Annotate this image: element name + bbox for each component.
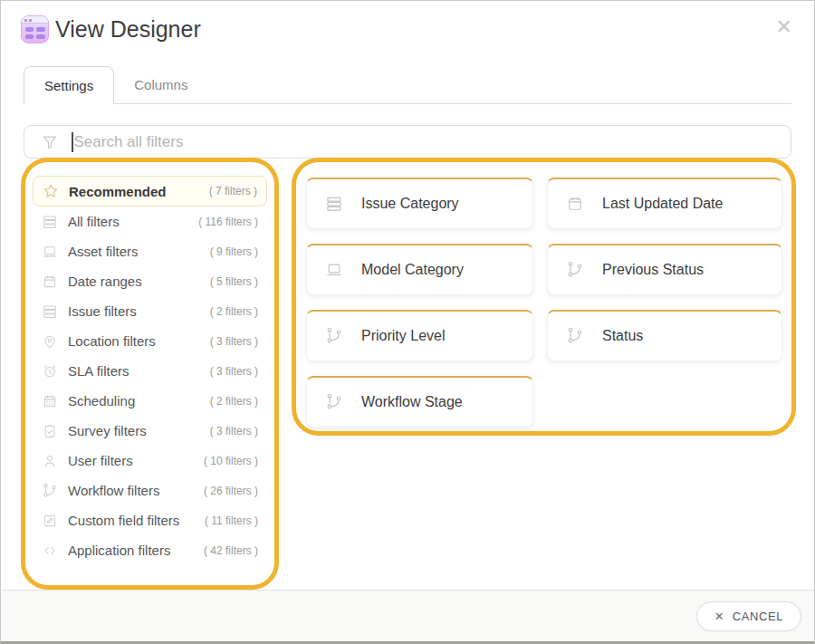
filter-card-priority-level[interactable]: Priority Level bbox=[306, 310, 533, 361]
app-icon-block bbox=[25, 34, 34, 39]
filter-card-model-category[interactable]: Model Category bbox=[306, 244, 533, 295]
search-bar bbox=[24, 125, 791, 159]
close-icon[interactable]: ✕ bbox=[776, 17, 792, 37]
sidebar-item-label: Workflow filters bbox=[68, 483, 204, 498]
app-icon-block bbox=[36, 27, 45, 32]
dialog-footer: ✕ CANCEL bbox=[1, 590, 814, 641]
stacked-rows-icon bbox=[42, 303, 58, 320]
filter-card-previous-status[interactable]: Previous Status bbox=[547, 244, 782, 295]
sidebar-item-recommended[interactable]: Recommended ( 7 filters ) bbox=[33, 176, 267, 207]
sidebar-item-count: ( 26 filters ) bbox=[204, 485, 258, 497]
sidebar-item-count: ( 11 filters ) bbox=[205, 514, 258, 527]
sidebar-item-label: Issue filters bbox=[68, 303, 210, 319]
sidebar-item-count: ( 2 filters ) bbox=[210, 395, 258, 408]
code-icon bbox=[42, 543, 58, 559]
tab-columns-label: Columns bbox=[134, 77, 187, 92]
filter-card-label: Previous Status bbox=[602, 262, 704, 278]
filter-card-workflow-stage[interactable]: Workflow Stage bbox=[306, 376, 533, 428]
cancel-x-icon: ✕ bbox=[714, 610, 724, 623]
workflow-branch-icon bbox=[325, 393, 343, 411]
sidebar-item-workflow-filters[interactable]: Workflow filters ( 26 filters ) bbox=[33, 476, 267, 505]
sidebar-item-label: Scheduling bbox=[68, 393, 210, 409]
sidebar-item-count: ( 3 filters ) bbox=[210, 335, 258, 348]
sidebar-item-location-filters[interactable]: Location filters ( 3 filters ) bbox=[33, 326, 267, 356]
filter-card-label: Workflow Stage bbox=[361, 394, 463, 410]
sidebar-item-asset-filters[interactable]: Asset filters ( 9 filters ) bbox=[33, 236, 267, 266]
pencil-square-icon bbox=[42, 513, 58, 529]
view-designer-dialog: View Designer ✕ Settings Columns Recomme… bbox=[0, 0, 815, 644]
workflow-branch-icon bbox=[325, 327, 343, 345]
laptop-icon bbox=[42, 244, 58, 260]
sidebar-item-label: Location filters bbox=[68, 333, 210, 349]
sidebar-item-count: ( 116 filters ) bbox=[198, 216, 258, 228]
stacked-rows-icon bbox=[42, 214, 58, 230]
sidebar-item-label: Date ranges bbox=[68, 274, 210, 289]
star-icon bbox=[43, 183, 59, 199]
tab-settings[interactable]: Settings bbox=[24, 66, 114, 104]
sidebar-item-count: ( 10 filters ) bbox=[204, 455, 258, 467]
filter-card-label: Issue Category bbox=[361, 196, 459, 212]
dialog-title: View Designer bbox=[55, 16, 201, 43]
sidebar-item-survey-filters[interactable]: Survey filters ( 3 filters ) bbox=[33, 416, 267, 446]
filter-card-label: Status bbox=[602, 328, 643, 344]
sidebar-highlight-annotation: Recommended ( 7 filters ) All filters ( … bbox=[21, 158, 279, 590]
map-pin-icon bbox=[42, 333, 58, 350]
cancel-button-label: CANCEL bbox=[733, 610, 783, 623]
sidebar-item-custom-field-filters[interactable]: Custom field filters ( 11 filters ) bbox=[33, 505, 267, 535]
alarm-clock-icon bbox=[42, 363, 58, 380]
sidebar-item-count: ( 3 filters ) bbox=[210, 425, 258, 437]
workflow-branch-icon bbox=[42, 483, 58, 499]
sidebar-item-issue-filters[interactable]: Issue filters ( 2 filters ) bbox=[33, 296, 267, 326]
sidebar-item-label: Survey filters bbox=[68, 423, 210, 438]
filter-card-status[interactable]: Status bbox=[547, 310, 782, 361]
filter-card-label: Last Updated Date bbox=[602, 196, 723, 212]
laptop-icon bbox=[325, 261, 343, 279]
search-input[interactable] bbox=[74, 133, 781, 151]
recommended-filters-highlight-annotation: Issue Category Last Updated Date Model C… bbox=[292, 158, 796, 436]
sidebar-item-count: ( 7 filters ) bbox=[209, 185, 257, 197]
sidebar-item-all-filters[interactable]: All filters ( 116 filters ) bbox=[33, 207, 267, 236]
view-designer-app-icon bbox=[21, 15, 49, 43]
tab-bar: Settings Columns bbox=[24, 66, 791, 104]
tab-columns[interactable]: Columns bbox=[114, 66, 207, 103]
sidebar-item-date-ranges[interactable]: Date ranges ( 5 filters ) bbox=[33, 266, 267, 296]
filter-card-last-updated-date[interactable]: Last Updated Date bbox=[547, 178, 782, 229]
filter-card-label: Model Category bbox=[361, 262, 464, 278]
calendar-dots-icon bbox=[42, 393, 58, 409]
workflow-branch-icon bbox=[566, 327, 584, 345]
stacked-rows-icon bbox=[325, 195, 343, 213]
filter-card-issue-category[interactable]: Issue Category bbox=[306, 178, 533, 229]
sidebar-item-label: Custom field filters bbox=[68, 513, 205, 528]
calendar-icon bbox=[42, 274, 58, 290]
filter-card-grid: Issue Category Last Updated Date Model C… bbox=[306, 178, 791, 428]
sidebar-item-label: Asset filters bbox=[68, 244, 210, 259]
app-icon-dot bbox=[24, 19, 27, 22]
sidebar-item-label: SLA filters bbox=[68, 363, 210, 379]
sidebar-item-user-filters[interactable]: User filters ( 10 filters ) bbox=[33, 446, 267, 476]
text-cursor bbox=[72, 132, 73, 152]
sidebar-item-count: ( 9 filters ) bbox=[210, 245, 258, 258]
sidebar-item-sla-filters[interactable]: SLA filters ( 3 filters ) bbox=[33, 356, 267, 386]
sidebar-item-label: Recommended bbox=[69, 184, 209, 199]
workflow-branch-icon bbox=[566, 261, 584, 279]
sidebar-item-count: ( 3 filters ) bbox=[210, 365, 258, 378]
filter-card-label: Priority Level bbox=[361, 328, 445, 344]
sidebar-item-count: ( 5 filters ) bbox=[210, 275, 258, 288]
cancel-button[interactable]: ✕ CANCEL bbox=[696, 601, 801, 631]
sidebar-item-label: Application filters bbox=[68, 543, 204, 558]
tab-settings-label: Settings bbox=[44, 78, 93, 93]
sidebar-item-application-filters[interactable]: Application filters ( 42 filters ) bbox=[33, 535, 267, 565]
user-icon bbox=[42, 453, 58, 469]
funnel-icon bbox=[41, 133, 59, 151]
app-icon-block bbox=[36, 34, 45, 39]
sidebar-item-count: ( 2 filters ) bbox=[210, 305, 258, 318]
sidebar-item-scheduling[interactable]: Scheduling ( 2 filters ) bbox=[33, 386, 267, 416]
clipboard-check-icon bbox=[42, 423, 58, 439]
sidebar-item-label: User filters bbox=[68, 453, 204, 468]
sidebar-item-count: ( 42 filters ) bbox=[204, 544, 258, 557]
app-icon-dot bbox=[29, 19, 32, 22]
app-icon-block bbox=[25, 27, 34, 32]
sidebar-item-label: All filters bbox=[68, 214, 198, 229]
calendar-icon bbox=[566, 195, 584, 213]
